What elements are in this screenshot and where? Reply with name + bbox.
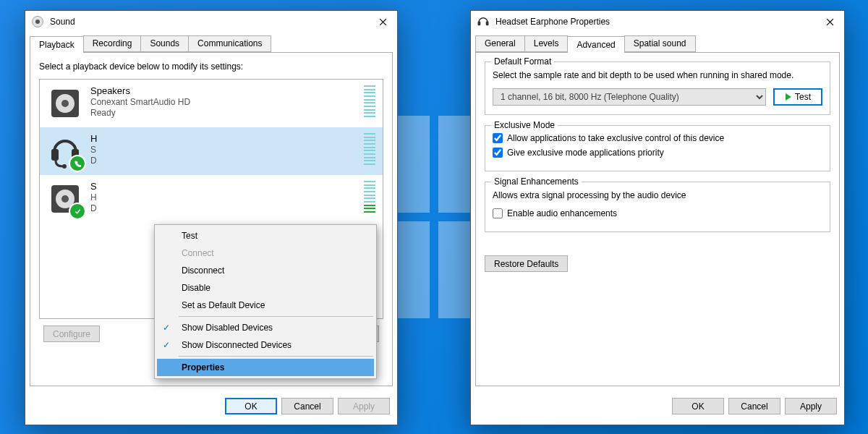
sound-icon <box>31 15 44 28</box>
svg-rect-5 <box>51 149 59 161</box>
exclusive-priority-input[interactable] <box>493 148 503 158</box>
device-headset[interactable]: H S D <box>40 127 383 175</box>
properties-window: Headset Earphone Properties General Leve… <box>470 10 845 425</box>
level-meter <box>364 181 375 213</box>
default-format-desc: Select the sample rate and bit depth to … <box>493 69 822 81</box>
test-button[interactable]: Test <box>773 88 822 106</box>
exclusive-priority-checkbox[interactable]: Give exclusive mode applications priorit… <box>493 148 822 158</box>
sound-window: Sound Playback Recording Sounds Communic… <box>25 10 398 425</box>
ctx-set-default[interactable]: Set as Default Device <box>157 297 374 314</box>
configure-button: Configure <box>43 326 100 342</box>
sound-tabs: Playback Recording Sounds Communications <box>25 33 397 52</box>
tab-spatial-sound[interactable]: Spatial sound <box>624 35 696 52</box>
apply-button[interactable]: Apply <box>785 398 837 414</box>
ctx-test[interactable]: Test <box>157 227 374 244</box>
properties-title: Headset Earphone Properties <box>495 17 815 27</box>
tab-advanced[interactable]: Advanced <box>567 36 624 53</box>
device-name: H <box>90 133 359 145</box>
properties-tabs: General Levels Advanced Spatial sound <box>471 33 844 52</box>
svg-point-1 <box>35 20 40 24</box>
properties-titlebar[interactable]: Headset Earphone Properties <box>471 11 844 33</box>
device-speakers[interactable]: Speakers Conexant SmartAudio HD Ready <box>40 80 383 127</box>
check-icon: ✓ <box>163 323 170 333</box>
speaker-icon <box>47 85 83 122</box>
svg-rect-11 <box>478 21 481 25</box>
playback-instruction: Select a playback device below to modify… <box>39 61 383 72</box>
device-sub: S <box>90 145 359 156</box>
restore-defaults-button[interactable]: Restore Defaults <box>485 255 568 272</box>
device-sub: H <box>90 192 359 203</box>
cancel-button[interactable]: Cancel <box>281 398 333 414</box>
default-format-label: Default Format <box>491 56 554 67</box>
close-button[interactable] <box>815 11 844 33</box>
ctx-properties[interactable]: Properties <box>157 359 374 376</box>
sound-title: Sound <box>50 17 368 27</box>
exclusive-mode-group: Exclusive Mode Allow applications to tak… <box>485 125 830 171</box>
allow-exclusive-input[interactable] <box>493 133 503 143</box>
ctx-connect: Connect <box>157 244 374 262</box>
check-badge-icon <box>69 203 86 220</box>
svg-point-10 <box>61 195 69 203</box>
device-status: D <box>90 156 359 166</box>
svg-rect-12 <box>486 21 489 25</box>
headset-icon <box>477 15 490 28</box>
device-status: D <box>90 203 359 214</box>
speaker-icon <box>47 181 83 217</box>
tab-levels[interactable]: Levels <box>524 35 569 52</box>
apply-button: Apply <box>338 398 390 414</box>
level-meter <box>364 133 375 165</box>
tab-sounds[interactable]: Sounds <box>140 35 189 52</box>
check-icon: ✓ <box>163 340 170 350</box>
device-context-menu: Test Connect Disconnect Disable Set as D… <box>154 224 377 379</box>
tab-playback[interactable]: Playback <box>30 36 84 53</box>
signal-enhancements-label: Signal Enhancements <box>491 176 582 187</box>
device-sub: Conexant SmartAudio HD <box>90 97 359 108</box>
close-button[interactable] <box>368 11 397 33</box>
allow-exclusive-checkbox[interactable]: Allow applications to take exclusive con… <box>493 133 822 143</box>
exclusive-mode-label: Exclusive Mode <box>491 120 558 130</box>
headset-icon <box>47 133 83 169</box>
ok-button[interactable]: OK <box>225 398 277 414</box>
phone-badge-icon <box>69 155 86 172</box>
device-name: Speakers <box>90 85 359 97</box>
cancel-button[interactable]: Cancel <box>728 398 780 414</box>
device-speakers-default[interactable]: S H D <box>40 175 383 223</box>
play-icon <box>785 93 792 101</box>
ctx-disable[interactable]: Disable <box>157 279 374 297</box>
svg-point-4 <box>61 100 69 107</box>
ctx-show-disabled[interactable]: ✓Show Disabled Devices <box>157 319 374 336</box>
svg-point-7 <box>62 164 67 169</box>
format-select[interactable]: 1 channel, 16 bit, 8000 Hz (Telephone Qu… <box>493 88 766 106</box>
ctx-disconnect[interactable]: Disconnect <box>157 262 374 279</box>
signal-enhancements-group: Signal Enhancements Allows extra signal … <box>485 182 830 232</box>
tab-communications[interactable]: Communications <box>188 35 271 52</box>
device-status: Ready <box>90 108 359 119</box>
level-meter <box>364 85 375 117</box>
playback-device-list: Speakers Conexant SmartAudio HD Ready H … <box>39 79 383 319</box>
enable-enhancements-checkbox[interactable]: Enable audio enhancements <box>493 208 822 218</box>
tab-recording[interactable]: Recording <box>83 35 142 52</box>
default-format-group: Default Format Select the sample rate an… <box>485 61 830 115</box>
tab-general[interactable]: General <box>475 35 525 52</box>
device-name: S <box>90 181 359 192</box>
ctx-show-disconnected[interactable]: ✓Show Disconnected Devices <box>157 336 374 354</box>
enable-enhancements-input[interactable] <box>493 208 503 218</box>
ok-button[interactable]: OK <box>672 398 724 414</box>
signal-enhancements-desc: Allows extra signal processing by the au… <box>493 190 822 201</box>
sound-titlebar[interactable]: Sound <box>25 11 397 33</box>
